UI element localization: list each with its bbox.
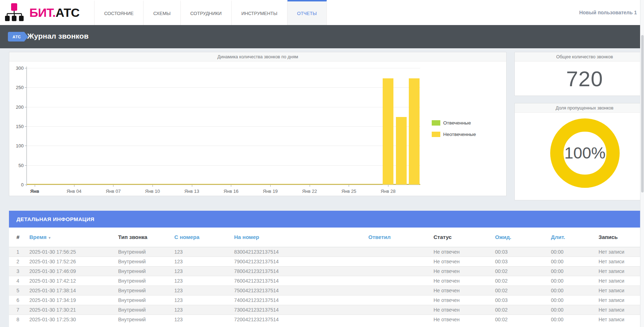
x-tick-label: Янв 07 [106, 189, 121, 194]
cell-1: 2025-01-30 17:52:26 [29, 257, 118, 266]
table-row[interactable]: 82025-01-30 17:25:30Внутренний1237200421… [9, 314, 640, 324]
cell-5 [368, 266, 434, 276]
cell-5 [368, 305, 434, 314]
gridline [26, 126, 420, 127]
y-tick-label: 200 [11, 104, 24, 109]
cell-7: 00:03 [495, 295, 551, 305]
cell-4: 7500421232137514 [234, 285, 368, 295]
cell-1: 2025-01-30 17:56:25 [29, 247, 118, 257]
cell-6: Не отвечен [434, 276, 495, 285]
cell-8: 00:00 [551, 295, 599, 305]
legend-item[interactable]: Отвеченные [432, 120, 476, 126]
x-axis-line [26, 185, 420, 185]
nav-tab-0[interactable]: СОСТОЯНИЕ [94, 0, 144, 25]
column-header-7[interactable]: Ожид. [495, 228, 551, 247]
x-tick-label: Янв 28 [381, 189, 396, 194]
vertical-scrollbar[interactable] [640, 0, 644, 327]
column-header-9: Запись [599, 228, 640, 247]
x-tick-label: Янв 04 [67, 189, 82, 194]
calls-table: #Время▼Тип звонкаС номераНа номерОтветил… [9, 228, 640, 324]
x-tick-label: Янв 10 [145, 189, 160, 194]
column-header-4[interactable]: На номер [234, 228, 368, 247]
chart-bar[interactable] [409, 78, 420, 185]
cell-1: 2025-01-30 17:46:09 [29, 266, 118, 276]
table-row[interactable]: 42025-01-30 17:42:12Внутренний1237600421… [9, 276, 640, 285]
cell-0: 6 [9, 295, 29, 305]
table-row[interactable]: 22025-01-30 17:52:26Внутренний1237900421… [9, 257, 640, 266]
sort-desc-icon: ▼ [48, 236, 51, 240]
cell-3: 123 [174, 295, 234, 305]
cell-2: Внутренний [118, 314, 174, 324]
scrollbar-thumb[interactable] [641, 35, 644, 192]
column-header-6: Статус [434, 228, 495, 247]
cell-7: 00:02 [495, 305, 551, 314]
y-axis-line [26, 67, 27, 186]
cell-4: 7200421232137514 [234, 314, 368, 324]
cell-3: 123 [174, 257, 234, 266]
table-header-row: #Время▼Тип звонкаС номераНа номерОтветил… [9, 228, 640, 247]
app: БИТ.АТС СОСТОЯНИЕСХЕМЫСОТРУДНИКИИНСТРУМЕ… [0, 0, 644, 327]
chart-title: Динамика количества звонков по дням [9, 52, 506, 62]
total-calls-value: 720 [515, 62, 644, 96]
x-tick-label: Янв [30, 189, 39, 194]
x-axis-tick [270, 185, 271, 187]
top-header: БИТ.АТС СОСТОЯНИЕСХЕМЫСОТРУДНИКИИНСТРУМЕ… [0, 0, 644, 25]
legend-label: Неотвеченные [443, 132, 476, 137]
atc-badge[interactable]: АТС [8, 32, 28, 42]
nav-tab-2[interactable]: СОТРУДНИКИ [181, 0, 232, 25]
missed-share-value: 100% [564, 144, 605, 162]
table-row[interactable]: 72025-01-30 17:30:21Внутренний1237300421… [9, 305, 640, 314]
missed-share-donut: 100% [550, 118, 620, 188]
cell-7: 00:03 [495, 247, 551, 257]
gridline [26, 87, 420, 88]
column-header-2: Тип звонка [118, 228, 174, 247]
calls-dynamics-panel: Динамика количества звонков по дням 0501… [9, 52, 507, 196]
column-header-8[interactable]: Длит. [551, 228, 599, 247]
y-tick-label: 150 [11, 124, 24, 129]
x-tick-label: Янв 25 [342, 189, 357, 194]
table-row[interactable]: 32025-01-30 17:46:09Внутренний1237800421… [9, 266, 640, 276]
cell-5 [368, 314, 434, 324]
x-tick-label: Янв 16 [224, 189, 239, 194]
x-tick-label: Янв 13 [184, 189, 199, 194]
table-row[interactable]: 62025-01-30 17:34:19Внутренний1237400421… [9, 295, 640, 305]
user-menu[interactable]: Новый пользователь 1 [579, 0, 637, 25]
y-tick-label: 50 [11, 162, 24, 168]
brand-bit: БИТ. [29, 6, 55, 19]
cell-9: Нет записи [599, 314, 640, 324]
cell-2: Внутренний [118, 295, 174, 305]
cell-0: 4 [9, 276, 29, 285]
cell-8: 00:00 [551, 266, 599, 276]
brand-logo[interactable]: БИТ.АТС [5, 3, 79, 22]
table-row[interactable]: 12025-01-30 17:56:25Внутренний1238300421… [9, 247, 640, 257]
column-header-3[interactable]: С номера [174, 228, 234, 247]
nav-tab-1[interactable]: СХЕМЫ [144, 0, 180, 25]
cell-8: 00:00 [551, 314, 599, 324]
x-axis-tick [113, 185, 113, 187]
cell-0: 5 [9, 285, 29, 295]
cell-8: 00:00 [551, 305, 599, 314]
cell-3: 123 [174, 305, 234, 314]
column-header-1[interactable]: Время▼ [29, 228, 118, 247]
nav-tab-3[interactable]: ИНСТРУМЕНТЫ [232, 0, 287, 25]
cell-4: 7300421232137514 [234, 305, 368, 314]
cell-3: 123 [174, 285, 234, 295]
legend-label: Отвеченные [443, 120, 471, 126]
table-row[interactable]: 52025-01-30 17:38:14Внутренний1237500421… [9, 285, 640, 295]
y-tick-label: 250 [11, 85, 24, 90]
legend-swatch [432, 120, 440, 126]
legend-item[interactable]: Неотвеченные [432, 132, 476, 137]
nav-tab-4[interactable]: ОТЧЕТЫ [287, 0, 327, 25]
column-header-5[interactable]: Ответил [368, 228, 434, 247]
cell-0: 7 [9, 305, 29, 314]
cell-4: 7800421232137514 [234, 266, 368, 276]
chart-bar[interactable] [383, 78, 393, 185]
cell-4: 7900421232137514 [234, 257, 368, 266]
x-axis-tick [74, 185, 74, 187]
total-calls-panel: Общее количество звонков 720 [514, 52, 644, 96]
gridline [26, 146, 420, 146]
org-chart-icon [5, 3, 24, 22]
y-tick-label: 100 [11, 143, 24, 148]
cell-3: 123 [174, 247, 234, 257]
chart-bar[interactable] [396, 117, 407, 185]
